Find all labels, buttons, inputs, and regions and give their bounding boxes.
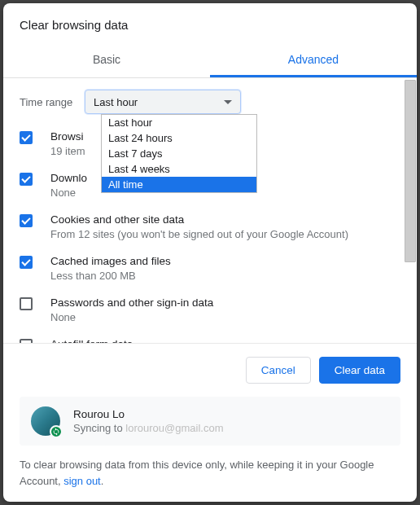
dropdown-option-last-4-weeks[interactable]: Last 4 weeks <box>102 161 256 177</box>
time-range-row: Time range Last hour Last hour Last 24 h… <box>20 90 400 114</box>
checkbox-cached[interactable] <box>20 256 33 269</box>
option-title: Cached images and files <box>50 255 400 267</box>
account-name: Rourou Lo <box>73 408 223 420</box>
dropdown-option-last-24-hours[interactable]: Last 24 hours <box>102 130 256 146</box>
chevron-down-icon <box>224 100 232 104</box>
dropdown-option-last-7-days[interactable]: Last 7 days <box>102 146 256 161</box>
dropdown-option-all-time[interactable]: All time <box>102 177 256 192</box>
dropdown-option-last-hour[interactable]: Last hour <box>102 115 256 130</box>
checkbox-browsing-history[interactable] <box>20 131 33 144</box>
tab-bar: Basic Advanced <box>3 43 417 78</box>
checkbox-autofill[interactable] <box>20 339 33 344</box>
account-card: Rourou Lo Syncing to lorourou@gmail.com <box>20 397 400 446</box>
option-title: Passwords and other sign-in data <box>50 296 400 309</box>
scroll-area: Time range Last hour Last hour Last 24 h… <box>3 78 417 344</box>
option-subtitle: None <box>50 311 400 323</box>
sign-out-link[interactable]: sign out <box>63 475 101 487</box>
clear-browsing-data-dialog: Clear browsing data Basic Advanced Time … <box>3 3 417 502</box>
option-subtitle: From 12 sites (you won't be signed out o… <box>50 228 400 240</box>
checkbox-passwords[interactable] <box>20 297 33 310</box>
tab-advanced[interactable]: Advanced <box>210 43 417 77</box>
time-range-value: Last hour <box>94 96 138 108</box>
clear-data-button[interactable]: Clear data <box>319 357 400 384</box>
cancel-button[interactable]: Cancel <box>246 357 311 384</box>
option-autofill[interactable]: Autofill form data <box>20 338 400 344</box>
dialog-footer: Cancel Clear data <box>3 344 417 397</box>
scrollbar-thumb[interactable] <box>405 80 416 262</box>
option-cached[interactable]: Cached images and files Less than 200 MB <box>20 255 400 282</box>
time-range-label: Time range <box>20 96 85 108</box>
time-range-select[interactable]: Last hour <box>85 90 241 114</box>
tab-basic[interactable]: Basic <box>3 43 210 77</box>
option-passwords[interactable]: Passwords and other sign-in data None <box>20 296 400 323</box>
checkbox-download-history[interactable] <box>20 173 33 186</box>
option-cookies[interactable]: Cookies and other site data From 12 site… <box>20 213 400 240</box>
avatar <box>31 406 60 436</box>
dialog-title: Clear browsing data <box>3 3 417 43</box>
sync-icon <box>50 425 63 438</box>
option-subtitle: Less than 200 MB <box>50 270 400 282</box>
option-title: Autofill form data <box>50 338 400 344</box>
account-sync-line: Syncing to lorourou@gmail.com <box>73 422 223 434</box>
checkbox-cookies[interactable] <box>20 214 33 227</box>
account-email: lorourou@gmail.com <box>125 422 223 434</box>
sign-out-note: To clear browsing data from this device … <box>3 457 417 502</box>
option-title: Cookies and other site data <box>50 213 400 226</box>
time-range-dropdown: Last hour Last 24 hours Last 7 days Last… <box>101 114 257 193</box>
